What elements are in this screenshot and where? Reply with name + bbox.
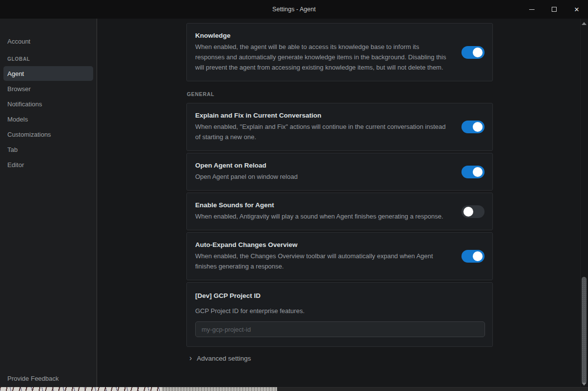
setting-card-gcp-project: [Dev] GCP Project ID GCP Project ID for … [186, 282, 493, 347]
titlebar: Settings - Agent ✕ [0, 0, 588, 19]
auto-expand-toggle[interactable] [461, 250, 485, 263]
settings-window: { "window": { "title": "Settings - Agent… [0, 0, 588, 391]
knowledge-toggle[interactable] [461, 46, 485, 59]
setting-title: Knowledge [195, 32, 484, 39]
setting-description: GCP Project ID for enterprise features. [195, 306, 446, 316]
setting-title: Auto-Expand Changes Overview [195, 241, 484, 248]
setting-description: When enabled, the Changes Overview toolb… [195, 251, 446, 271]
explain-fix-toggle[interactable] [461, 121, 485, 133]
setting-card-auto-expand: Auto-Expand Changes Overview When enable… [186, 232, 493, 280]
setting-card-knowledge: Knowledge When enabled, the agent will b… [186, 23, 493, 81]
scrollbar-thumb[interactable] [582, 277, 587, 384]
scroll-down-icon[interactable] [582, 383, 587, 386]
maximize-button[interactable] [543, 0, 565, 19]
sidebar-item-customizations[interactable]: Customizations [3, 127, 93, 142]
sidebar-item-tab[interactable]: Tab [3, 142, 93, 157]
toggle-knob [463, 207, 473, 217]
setting-title: Enable Sounds for Agent [195, 201, 484, 209]
gcp-project-id-input[interactable] [195, 321, 485, 337]
sidebar-item-label: Browser [7, 85, 31, 93]
setting-title: Open Agent on Reload [195, 162, 484, 169]
setting-description: When enabled, "Explain and Fix" actions … [195, 122, 446, 142]
sidebar-item-label: Models [7, 116, 28, 123]
minimize-button[interactable] [520, 0, 543, 19]
open-on-reload-toggle[interactable] [461, 166, 485, 178]
scroll-up-icon[interactable] [582, 22, 587, 25]
sidebar-item-editor[interactable]: Editor [3, 157, 93, 172]
setting-description: When enabled, Antigravity will play a so… [195, 211, 446, 221]
sidebar-item-label: Editor [7, 161, 24, 169]
settings-list: Knowledge When enabled, the agent will b… [186, 23, 493, 362]
close-button[interactable]: ✕ [565, 0, 588, 19]
provide-feedback-link[interactable]: Provide Feedback [7, 375, 59, 382]
settings-content: Knowledge When enabled, the agent will b… [98, 19, 588, 387]
sidebar-section-global: GLOBAL [0, 49, 97, 66]
chevron-right-icon: › [189, 354, 192, 362]
sidebar-item-label: Tab [7, 146, 18, 153]
artifact-dark-segment [277, 387, 588, 391]
advanced-settings-label: Advanced settings [197, 355, 251, 362]
sidebar-nav: Account GLOBAL Agent Browser Notificatio… [0, 19, 97, 172]
window-controls: ✕ [520, 0, 588, 19]
sidebar-item-agent[interactable]: Agent [3, 66, 93, 81]
toggle-knob [473, 48, 483, 57]
setting-card-explain-fix: Explain and Fix in Current Conversation … [186, 103, 493, 151]
window-title: Settings - Agent [272, 6, 315, 13]
artifact-dots-segment [162, 387, 277, 391]
setting-description: Open Agent panel on window reload [195, 171, 446, 182]
sidebar: Account GLOBAL Agent Browser Notificatio… [0, 19, 97, 387]
setting-card-open-on-reload: Open Agent on Reload Open Agent panel on… [186, 153, 493, 191]
scrollbar-gutter-line [580, 19, 581, 387]
sidebar-item-browser[interactable]: Browser [3, 81, 93, 96]
sidebar-item-label: Notifications [7, 100, 42, 108]
sidebar-item-notifications[interactable]: Notifications [3, 97, 93, 111]
setting-title: [Dev] GCP Project ID [195, 292, 484, 299]
sidebar-item-label: Customizations [7, 131, 51, 138]
setting-card-sounds: Enable Sounds for Agent When enabled, An… [186, 193, 493, 230]
toggle-knob [473, 251, 483, 261]
sounds-toggle[interactable] [461, 205, 485, 218]
sidebar-item-account[interactable]: Account [3, 34, 93, 49]
section-label-general: GENERAL [186, 91, 493, 97]
toggle-knob [473, 167, 483, 177]
setting-title: Explain and Fix in Current Conversation [195, 112, 484, 119]
toggle-knob [473, 122, 483, 132]
sidebar-item-label: Agent [7, 70, 24, 77]
desktop-artifact-strip [0, 387, 588, 391]
setting-description: When enabled, the agent will be able to … [195, 42, 446, 73]
minimize-icon [529, 9, 535, 10]
artifact-scribble-segment [0, 387, 162, 391]
sidebar-item-models[interactable]: Models [3, 112, 93, 126]
vertical-scrollbar[interactable] [580, 19, 588, 387]
advanced-settings-toggle[interactable]: › Advanced settings [186, 354, 493, 362]
sidebar-item-label: Account [7, 38, 30, 45]
close-icon: ✕ [574, 6, 580, 13]
maximize-icon [552, 7, 557, 12]
